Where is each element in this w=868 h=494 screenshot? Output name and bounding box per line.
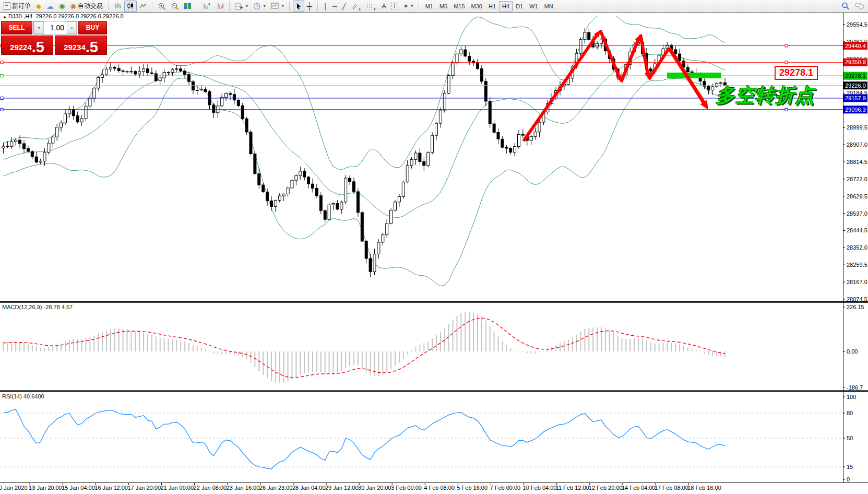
- timeframe-h1[interactable]: H1: [485, 1, 499, 11]
- turning-point-annotation[interactable]: 多空转折点: [716, 83, 815, 109]
- price-line-badge: 29096.3: [843, 105, 867, 113]
- candlestick-chart-button[interactable]: [124, 1, 137, 12]
- crosshair-button[interactable]: ┼: [304, 1, 315, 12]
- svg-text:5 Feb 16:00: 5 Feb 16:00: [457, 485, 487, 491]
- periods-button[interactable]: [251, 1, 268, 12]
- buy-button[interactable]: BUY: [78, 21, 107, 34]
- signal-button[interactable]: ◉: [56, 1, 67, 12]
- svg-text:11 Feb 12:00: 11 Feb 12:00: [556, 485, 589, 491]
- buy-price-display[interactable]: 29234.5: [55, 36, 107, 55]
- toolbar-separator: [197, 2, 198, 11]
- zoom-in-button[interactable]: [156, 1, 169, 12]
- indicators-button[interactable]: [233, 1, 251, 12]
- tile-windows-button[interactable]: [182, 1, 194, 12]
- indicators-icon: [235, 3, 243, 10]
- cursor-icon: [295, 3, 302, 10]
- timeframe-m1[interactable]: M1: [422, 1, 436, 11]
- buy-price-fraction: .5: [86, 40, 98, 54]
- trendline-button[interactable]: ╱: [340, 1, 349, 12]
- svg-text:28907.0: 28907.0: [847, 142, 867, 148]
- volume-increase-button[interactable]: ▲: [67, 21, 77, 34]
- price-level-annotation[interactable]: 29278.1: [775, 66, 818, 80]
- channel-icon: [351, 3, 358, 9]
- gold-button[interactable]: ◆: [33, 1, 44, 12]
- price-line-badge: 29440.4: [843, 42, 867, 50]
- timeframe-d1[interactable]: D1: [513, 1, 526, 11]
- new-order-button[interactable]: 新订单: [1, 1, 33, 12]
- highlight-bar[interactable]: [667, 73, 721, 78]
- candlestick-chart-icon: [127, 3, 134, 9]
- svg-text:28537.0: 28537.0: [847, 210, 867, 217]
- templates-button[interactable]: [268, 1, 287, 12]
- svg-text:29157.9: 29157.9: [845, 95, 866, 101]
- auto-trading-icon: ◉: [70, 3, 76, 9]
- bar-chart-button[interactable]: [112, 1, 124, 12]
- chart-shift-icon: [216, 3, 224, 9]
- timeframe-h4[interactable]: H4: [499, 1, 513, 11]
- chat-button[interactable]: [852, 1, 867, 12]
- svg-text:23 Jan 16:00: 23 Jan 16:00: [227, 485, 260, 491]
- svg-text:100: 100: [847, 394, 856, 400]
- vertical-line-button[interactable]: │: [321, 1, 330, 12]
- search-button[interactable]: [839, 1, 852, 12]
- text-button[interactable]: A: [379, 1, 389, 12]
- svg-text:12 Feb 20:00: 12 Feb 20:00: [589, 485, 623, 491]
- trendline-icon: ╱: [342, 3, 346, 9]
- text-label-button[interactable]: T: [389, 1, 401, 12]
- arrows-icon: ✶: [403, 3, 409, 9]
- new-order-icon: [4, 2, 10, 10]
- sell-button[interactable]: SELL: [1, 21, 32, 34]
- timeframe-mn[interactable]: MN: [541, 1, 556, 11]
- svg-text:29226.0: 29226.0: [845, 83, 866, 89]
- svg-text:50: 50: [847, 435, 853, 441]
- svg-text:28814.5: 28814.5: [847, 159, 867, 165]
- signal-icon: ◉: [59, 3, 65, 9]
- svg-text:14 Feb 04:00: 14 Feb 04:00: [622, 485, 656, 491]
- price-line-badge: 29350.9: [843, 58, 867, 66]
- community-button[interactable]: ☁: [44, 1, 56, 12]
- svg-text:29 Jan 12:00: 29 Jan 12:00: [325, 485, 359, 491]
- tile-windows-icon: [184, 3, 192, 9]
- cursor-button[interactable]: [293, 1, 304, 12]
- svg-text:29096.3: 29096.3: [845, 107, 866, 113]
- equidistant-channel-button[interactable]: E: [349, 1, 364, 12]
- svg-text:29554.5: 29554.5: [847, 21, 867, 28]
- volume-decrease-button[interactable]: ▼: [34, 21, 44, 34]
- zoom-out-button[interactable]: [169, 1, 182, 12]
- svg-text:21 Jan 00:00: 21 Jan 00:00: [161, 485, 194, 491]
- zoom-in-icon: [158, 3, 166, 10]
- horizontal-line-button[interactable]: ─: [330, 1, 340, 12]
- symbol-expander-icon[interactable]: ▲: [3, 15, 7, 19]
- fibonacci-icon: [366, 3, 373, 9]
- line-chart-button[interactable]: [137, 1, 149, 12]
- one-click-trading-panel: SELL ▼ 1.00 ▲ BUY 29224.5 29234.5: [1, 21, 107, 55]
- chart-shift-button[interactable]: [213, 1, 227, 12]
- svg-text:28352.0: 28352.0: [847, 244, 867, 251]
- volume-stepper: ▼ 1.00 ▲: [33, 21, 77, 34]
- auto-scroll-button[interactable]: [200, 1, 213, 12]
- channel-letter: E: [359, 7, 361, 11]
- svg-text:7 Feb 00:00: 7 Feb 00:00: [490, 485, 521, 491]
- macd-label: MACD(12,26,9) -28.78 4.57: [2, 304, 73, 310]
- volume-value[interactable]: 1.00: [44, 21, 67, 34]
- arrows-button[interactable]: ✶: [401, 1, 416, 12]
- chart-area[interactable]: 29554.529462.029369.529277.029184.529092…: [0, 0, 868, 494]
- timeframe-m30[interactable]: M30: [468, 1, 485, 11]
- periods-icon: [253, 3, 261, 10]
- svg-text:15: 15: [847, 464, 853, 470]
- auto-scroll-icon: [203, 3, 211, 9]
- svg-text:28259.5: 28259.5: [847, 262, 867, 268]
- fibonacci-button[interactable]: F: [364, 1, 379, 12]
- svg-text:28999.5: 28999.5: [847, 124, 867, 131]
- toolbar-separator: [289, 2, 290, 11]
- auto-trading-button[interactable]: ◉ 自动交易: [67, 1, 105, 12]
- timeframe-m5[interactable]: M5: [436, 1, 450, 11]
- svg-text:80: 80: [847, 410, 853, 416]
- svg-text:13 Jan 20:00: 13 Jan 20:00: [29, 485, 62, 491]
- timeframe-w1[interactable]: W1: [526, 1, 541, 11]
- sell-price-display[interactable]: 29224.5: [1, 36, 53, 55]
- text-label-icon: T: [391, 3, 398, 9]
- timeframe-m15[interactable]: M15: [450, 1, 468, 11]
- gold-icon: ◆: [36, 3, 41, 9]
- time-axis[interactable]: 10 Jan 202013 Jan 20:0015 Jan 04:0016 Ja…: [0, 483, 721, 491]
